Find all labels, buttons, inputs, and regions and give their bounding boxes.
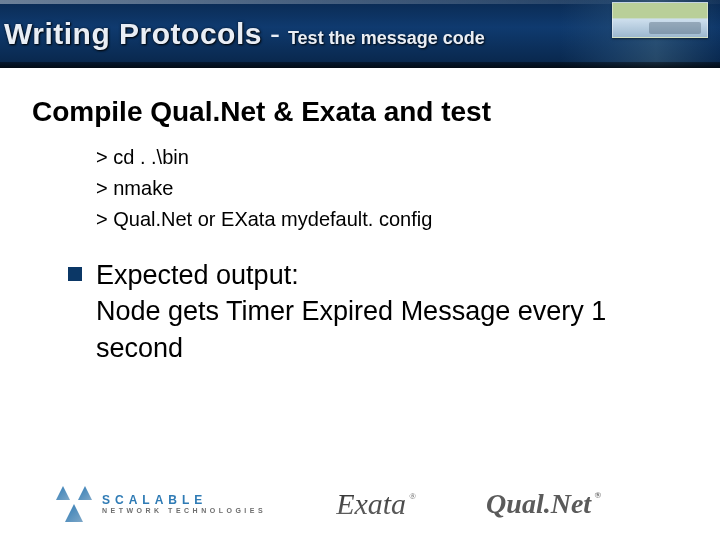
command-line: > cd . .\bin [96, 142, 688, 173]
scalable-line1: SCALABLE [102, 494, 266, 507]
logo-qualnet: Qual.Net [486, 488, 601, 520]
header-bottom-shadow [0, 62, 720, 68]
scalable-line2: NETWORK TECHNOLOGIES [102, 507, 266, 514]
command-line: > nmake [96, 173, 688, 204]
title-wrap: Writing Protocols - Test the message cod… [0, 17, 485, 51]
logo-exata: Exata [336, 487, 416, 521]
section-heading: Compile Qual.Net & Exata and test [32, 96, 688, 128]
scalable-triangles-icon [56, 486, 92, 522]
slide-title-separator: - [270, 17, 280, 51]
bullet-text: Expected output:Node gets Timer Expired … [96, 257, 688, 366]
header-thumbnail-image [612, 2, 708, 38]
slide-content: Compile Qual.Net & Exata and test > cd .… [0, 68, 720, 366]
scalable-logo-text: SCALABLE NETWORK TECHNOLOGIES [102, 494, 266, 514]
slide-title-sub: Test the message code [288, 28, 485, 49]
footer-logos: SCALABLE NETWORK TECHNOLOGIES Exata Qual… [0, 486, 720, 522]
slide-header: Writing Protocols - Test the message cod… [0, 0, 720, 68]
bullet-item: Expected output:Node gets Timer Expired … [32, 257, 688, 366]
slide-title-main: Writing Protocols [4, 17, 262, 51]
command-line: > Qual.Net or EXata mydefault. config [96, 204, 688, 235]
bullet-square-icon [68, 267, 82, 281]
logo-scalable: SCALABLE NETWORK TECHNOLOGIES [56, 486, 266, 522]
command-list: > cd . .\bin > nmake > Qual.Net or EXata… [32, 142, 688, 235]
